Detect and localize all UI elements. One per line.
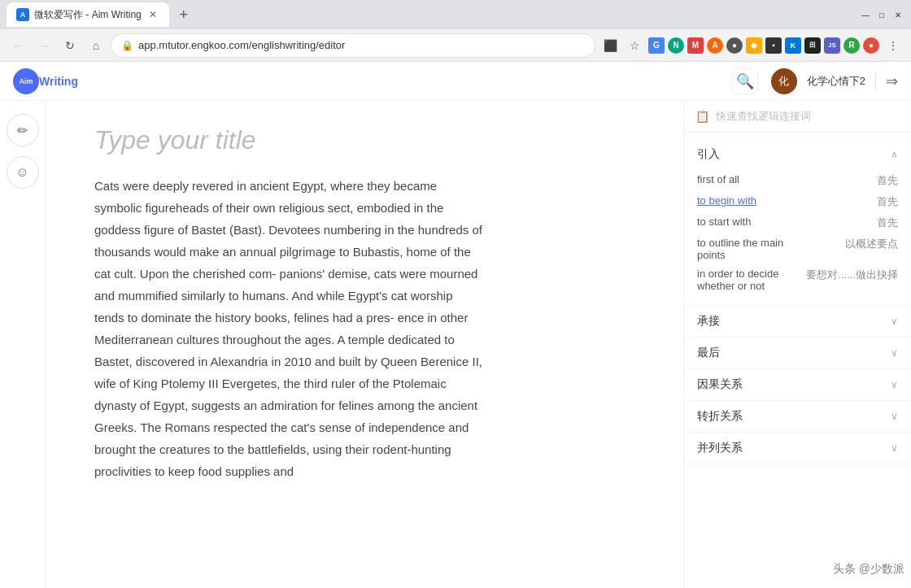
section-chengjie: 承接 ∨ [684,306,911,338]
bookmark-icon[interactable]: ☆ [623,34,646,57]
ext9-icon[interactable]: 田 [804,37,821,54]
toolbar-icons: ⬛ ☆ G N M A ● ◆ ▪ K 田 JS R ● ⋮ [599,34,904,57]
section-zuihou: 最后 ∨ [684,338,911,369]
close-button[interactable]: ✕ [891,8,904,21]
section-intro-title: 引入 [697,147,720,162]
more-button[interactable]: ⋮ [882,34,904,57]
editor-area[interactable]: Type your title Cats were deeply revered… [46,101,683,588]
section-yinguo-arrow: ∨ [891,379,898,390]
phrase-zh-3: 首先 [798,216,899,230]
phrase-zh-4: 以概述要点 [798,237,899,251]
phrase-row-3: to start with 首先 [697,212,898,233]
back-button[interactable]: ← [7,34,29,57]
watermark: 头条 @少数派 [826,560,911,578]
ext4-icon[interactable]: A [707,37,723,54]
phrase-en-1: first of all [697,173,798,185]
ext7-icon[interactable]: ▪ [765,37,782,54]
window-controls: — □ ✕ [859,8,904,21]
phrase-row-1: first of all 首先 [697,170,898,191]
phrase-zh-2: 首先 [798,194,899,209]
phrase-row-4: to outline the main points 以概述要点 [697,233,898,264]
minimize-button[interactable]: — [859,8,872,21]
sidebar: ✏ ☺ [0,101,46,588]
phrase-zh-1: 首先 [798,173,899,188]
main-layout: ✏ ☺ Type your title Cats were deeply rev… [0,101,911,588]
panel-search-bar[interactable]: 📋 快速查找逻辑连接词 [684,101,911,133]
edit-icon[interactable]: ✏ [7,114,39,146]
phrase-zh-5: 要想对......做出抉择 [798,268,899,282]
section-yinguo-title: 因果关系 [697,377,743,392]
section-zuihou-header[interactable]: 最后 ∨ [684,338,911,368]
phrase-en-5: in order to decide whether or not [697,268,798,292]
refresh-button[interactable]: ↻ [59,34,81,57]
section-yinguo: 因果关系 ∨ [684,369,911,401]
search-button[interactable]: 🔍 [732,68,758,94]
user-avatar: 化 [771,68,797,94]
section-zhuanzhe: 转折关系 ∨ [684,401,911,433]
new-tab-button[interactable]: + [172,3,195,26]
ext10-icon[interactable]: JS [824,37,840,54]
phrase-en-2[interactable]: to begin with [697,194,798,207]
tab-favicon: A [16,8,29,21]
address-bar: ← → ↻ ⌂ 🔒 app.mtutor.engkoo.com/englishw… [0,29,911,62]
editor-content[interactable]: Cats were deeply revered in ancient Egyp… [94,175,485,482]
panel-search-placeholder: 快速查找逻辑连接词 [716,109,811,124]
title-placeholder[interactable]: Type your title [94,125,634,155]
section-zhuanzhe-title: 转折关系 [697,409,743,424]
section-chengjie-header[interactable]: 承接 ∨ [684,306,911,337]
user-name: 化学心情下2 [807,74,865,89]
logo-circle: Aim [13,68,39,94]
section-intro-arrow: ∧ [891,149,898,160]
panel-body: 引入 ∧ first of all 首先 to begin with 首先 [684,133,911,588]
section-intro-header[interactable]: 引入 ∧ [684,139,911,170]
section-yinguo-header[interactable]: 因果关系 ∨ [684,369,911,400]
right-panel: 📋 快速查找逻辑连接词 引入 ∧ first of all 首先 [683,101,911,588]
logout-button[interactable]: ⇒ [886,72,898,90]
ext11-icon[interactable]: R [843,37,860,54]
section-binglie-title: 并列关系 [697,441,743,455]
phrase-en-3: to start with [697,216,798,228]
header-divider [875,73,876,89]
logo-button[interactable]: Aim Writing [13,68,78,94]
ext1-icon[interactable]: G [648,37,665,54]
section-intro-content: first of all 首先 to begin with 首先 to star… [684,170,911,305]
section-binglie-header[interactable]: 并列关系 ∨ [684,433,911,464]
phrase-row-5: in order to decide whether or not 要想对...… [697,264,898,295]
maximize-button[interactable]: □ [875,8,888,21]
section-chengjie-arrow: ∨ [891,316,898,327]
tab-title: 微软爱写作 - Aim Writing [34,8,142,22]
title-bar: A 微软爱写作 - Aim Writing ✕ + — □ ✕ [0,0,911,29]
section-zuihou-title: 最后 [697,346,720,360]
ext12-icon[interactable]: ● [863,37,879,54]
ext8-icon[interactable]: K [785,37,801,54]
active-tab[interactable]: A 微软爱写作 - Aim Writing ✕ [7,2,169,27]
person-icon[interactable]: ☺ [7,156,39,189]
section-intro: 引入 ∧ first of all 首先 to begin with 首先 [684,139,911,306]
panel-search-icon: 📋 [695,110,709,123]
home-button[interactable]: ⌂ [85,34,107,57]
phrase-row-2[interactable]: to begin with 首先 [697,191,898,212]
lock-icon: 🔒 [121,40,133,51]
ext6-icon[interactable]: ◆ [746,37,762,54]
section-zhuanzhe-arrow: ∨ [891,411,898,422]
forward-button[interactable]: → [33,34,55,57]
section-zhuanzhe-header[interactable]: 转折关系 ∨ [684,401,911,432]
header-right: 🔍 化 化学心情下2 ⇒ [732,68,898,94]
ext5-icon[interactable]: ● [726,37,743,54]
screenshot-icon[interactable]: ⬛ [599,34,621,57]
section-zuihou-arrow: ∨ [891,347,898,359]
tab-area: A 微软爱写作 - Aim Writing ✕ + [7,2,859,27]
url-bar[interactable]: 🔒 app.mtutor.engkoo.com/englishwriting/e… [111,33,595,58]
ext2-icon[interactable]: N [668,37,684,54]
logo-text: Writing [39,75,78,88]
section-binglie: 并列关系 ∨ [684,433,911,464]
avatar-text: 化 [778,74,789,89]
url-text: app.mtutor.engkoo.com/englishwriting/edi… [138,39,345,51]
ext3-icon[interactable]: M [687,37,704,54]
app-content: Aim Writing 🔍 化 化学心情下2 ⇒ ✏ ☺ Type your t… [0,62,911,588]
app-header: Aim Writing 🔍 化 化学心情下2 ⇒ [0,62,911,101]
section-chengjie-title: 承接 [697,314,720,329]
tab-close-button[interactable]: ✕ [146,8,159,21]
logo-aim: Aim [19,77,33,85]
section-binglie-arrow: ∨ [891,442,898,454]
